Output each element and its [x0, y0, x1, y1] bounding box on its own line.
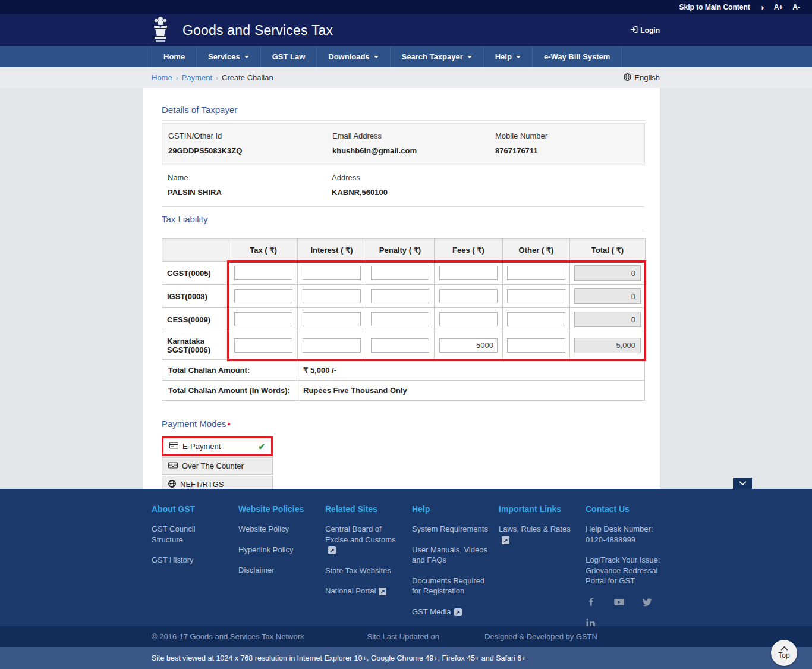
total-amount-label: Total Challan Amount: [162, 360, 297, 381]
nav-label: Search Taxpayer [402, 52, 463, 61]
footer-grievance-portal-link[interactable]: Log/Track Your Issue: Grievance Redressa… [586, 555, 664, 586]
facebook-icon[interactable] [586, 596, 597, 610]
nav-item-help[interactable]: Help [483, 46, 532, 67]
nav-label: e-Way Bill System [544, 52, 610, 61]
total-words-value: Rupees Five Thousand Only [297, 381, 645, 401]
table-row-sgst: Karnataka SGST(0006) [162, 331, 646, 360]
payment-modes-label: Payment Modes [162, 419, 226, 429]
credit-card-icon [169, 442, 178, 451]
contrast-toggle-icon[interactable]: ◑ [760, 3, 764, 12]
mobile-field: Mobile Number 8767176711 [495, 131, 644, 155]
footer-col-contact: Contact Us Help Desk Number: 0120-488899… [586, 504, 675, 626]
footer-link-gst-media[interactable]: GST Media↗ [412, 607, 488, 617]
nav-item-gst-law[interactable]: GST Law [260, 46, 317, 67]
footer-link-disclaimer[interactable]: Disclaimer [238, 565, 314, 576]
chevron-down-icon [467, 56, 472, 58]
igst-other-input[interactable] [507, 289, 565, 303]
footer-link-documents-required[interactable]: Documents Required for Registration [412, 576, 488, 596]
best-viewed-bar: Site best viewed at 1024 x 768 resolutio… [0, 647, 812, 669]
sgst-other-input[interactable] [507, 338, 565, 353]
payment-mode-label: NEFT/RTGS [180, 480, 224, 489]
chevron-down-icon [739, 481, 747, 485]
sgst-interest-input[interactable] [303, 338, 361, 353]
cgst-interest-input[interactable] [303, 266, 361, 280]
cgst-tax-input[interactable] [234, 266, 292, 280]
footer-link-cbec[interactable]: Central Board of Excise and Customs↗ [325, 524, 401, 555]
nav-item-downloads[interactable]: Downloads [316, 46, 389, 67]
row-label-cess: CESS(0009) [162, 308, 229, 331]
cess-interest-input[interactable] [303, 312, 361, 326]
taxpayer-row-1: GSTIN/Other Id 29GDDPS5083K3ZQ Email Add… [162, 123, 645, 165]
cgst-fees-input[interactable] [439, 266, 498, 280]
total-words-label: Total Challan Amount (In Words): [162, 381, 297, 401]
payment-mode-neft-rtgs[interactable]: NEFT/RTGS [162, 476, 273, 489]
nav-item-eway-bill[interactable]: e-Way Bill System [532, 46, 622, 67]
login-link[interactable]: Login [630, 26, 660, 35]
footer-link-hyperlink-policy[interactable]: Hyperlink Policy [238, 545, 314, 555]
cess-penalty-input[interactable] [371, 312, 429, 326]
col-header-tax: Tax ( ₹) [229, 239, 298, 262]
sgst-total-readonly [574, 338, 641, 353]
footer-link-national-portal[interactable]: National Portal↗ [325, 586, 401, 596]
col-header-total: Total ( ₹) [570, 239, 646, 262]
font-decrease-button[interactable]: A- [792, 3, 800, 11]
language-label: English [634, 73, 660, 82]
footer-col-title: Related Sites [325, 504, 401, 514]
nav-item-home[interactable]: Home [152, 46, 196, 67]
footer-link-state-tax[interactable]: State Tax Websites [325, 566, 401, 576]
youtube-icon[interactable] [613, 596, 625, 610]
footer-link-label: National Portal [325, 586, 376, 595]
nav-item-search-taxpayer[interactable]: Search Taxpayer [390, 46, 483, 67]
footer-col-policies: Website Policies Website Policy Hyperlin… [238, 504, 325, 626]
table-row-cess: CESS(0009) [162, 308, 646, 331]
footer-help-desk-number[interactable]: Help Desk Number: 0120-4888999 [586, 524, 664, 545]
scroll-to-top-button[interactable]: Top [771, 640, 797, 666]
cess-fees-input[interactable] [439, 312, 498, 326]
footer-link-website-policy[interactable]: Website Policy [238, 524, 314, 535]
footer-col-about: About GST GST Council Structure GST Hist… [152, 504, 238, 626]
cgst-penalty-input[interactable] [371, 266, 429, 280]
col-header-penalty: Penalty ( ₹) [366, 239, 435, 262]
brand: Goods and Services Tax [152, 15, 333, 45]
footer-link-gst-council[interactable]: GST Council Structure [152, 524, 228, 545]
sgst-fees-input[interactable] [439, 338, 498, 353]
igst-penalty-input[interactable] [371, 289, 429, 303]
taxpayer-section-title: Details of Taxpayer [162, 105, 645, 121]
collapse-footer-button[interactable] [733, 478, 752, 489]
email-label: Email Address [332, 131, 495, 140]
breadcrumb-home[interactable]: Home [152, 73, 172, 82]
address-value: KABNR,560100 [332, 188, 495, 197]
cess-tax-input[interactable] [234, 312, 292, 326]
sgst-tax-input[interactable] [234, 338, 292, 353]
primary-nav: Home Services GST Law Downloads Search T… [0, 46, 812, 67]
skip-to-main-content-link[interactable]: Skip to Main Content [679, 3, 750, 11]
name-value: PALSIN SHIRA [168, 188, 332, 197]
breadcrumb-bar: Home › Payment › Create Challan English [0, 67, 812, 88]
footer-link-system-requirements[interactable]: System Requirements [412, 524, 488, 535]
sgst-penalty-input[interactable] [371, 338, 429, 353]
cgst-other-input[interactable] [507, 266, 565, 280]
footer-link-gst-history[interactable]: GST History [152, 555, 228, 566]
login-label: Login [640, 26, 660, 34]
nav-label: Help [495, 52, 512, 61]
language-selector[interactable]: English [624, 73, 660, 83]
cess-other-input[interactable] [507, 312, 565, 326]
challan-totals: Total Challan Amount: ₹ 5,000 /- Total C… [162, 360, 645, 401]
footer-col-title: Help [412, 504, 488, 514]
footer-link-laws-rules-rates[interactable]: Laws, Rules & Rates↗ [499, 524, 575, 545]
font-increase-button[interactable]: A+ [774, 3, 783, 11]
igst-fees-input[interactable] [439, 289, 498, 303]
breadcrumb-payment[interactable]: Payment [182, 73, 212, 82]
payment-mode-list: E-Payment ✔ Over The Counter NEFT/RTGS [162, 436, 273, 489]
email-value: khushb6in@gmail.com [332, 146, 495, 155]
payment-mode-otc[interactable]: Over The Counter [162, 457, 273, 475]
nav-item-services[interactable]: Services [196, 46, 260, 67]
footer-col-title: Important Links [499, 504, 575, 514]
igst-interest-input[interactable] [303, 289, 361, 303]
payment-mode-epayment[interactable]: E-Payment ✔ [162, 436, 273, 456]
nav-label: Services [208, 52, 240, 61]
twitter-icon[interactable] [641, 596, 653, 610]
footer-link-user-manuals[interactable]: User Manuals, Videos and FAQs [412, 545, 488, 566]
payment-mode-label: E-Payment [182, 442, 221, 451]
igst-tax-input[interactable] [234, 289, 292, 303]
